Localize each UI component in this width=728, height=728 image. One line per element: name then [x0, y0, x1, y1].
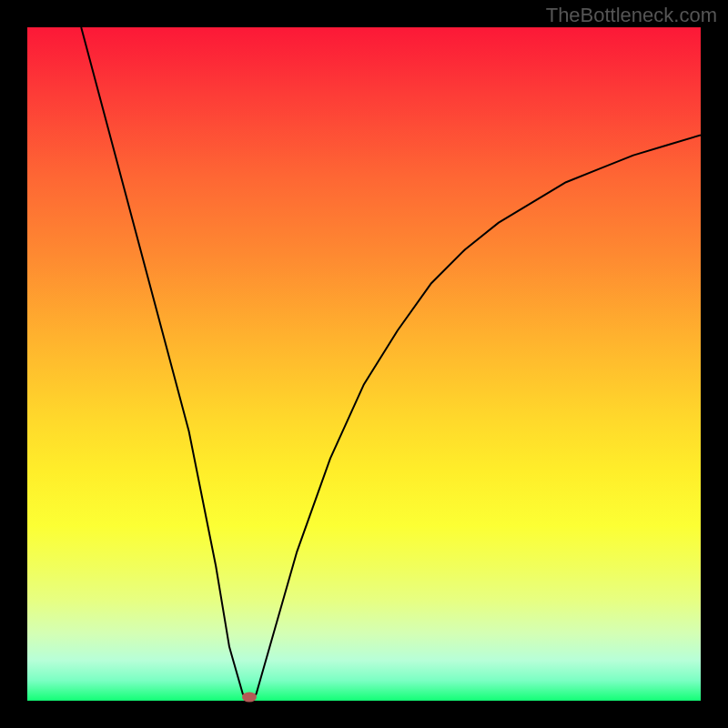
chart-frame: TheBottleneck.com: [0, 0, 728, 728]
plot-area: [27, 27, 701, 701]
watermark-text: TheBottleneck.com: [546, 4, 717, 27]
bottleneck-curve-path: [81, 27, 701, 701]
optimal-point-marker: [242, 693, 257, 703]
curve-svg: [27, 27, 701, 701]
